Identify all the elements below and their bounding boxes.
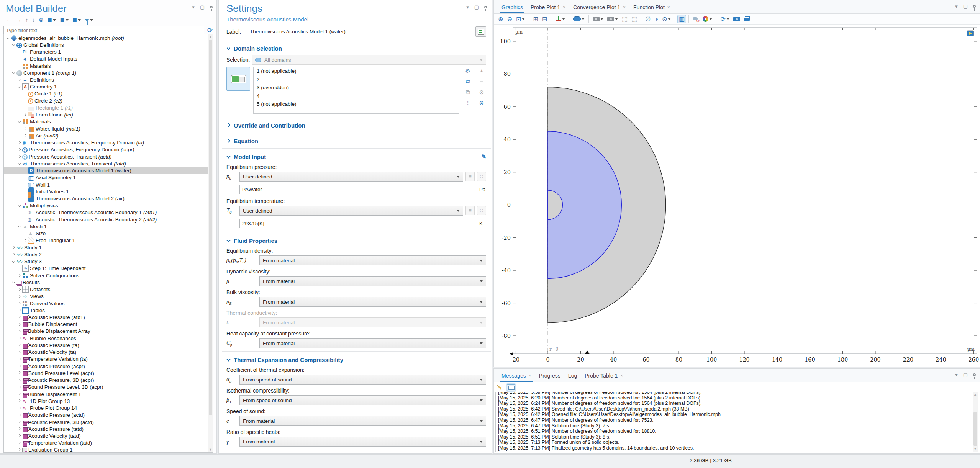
value-input[interactable]: [239, 185, 476, 194]
tree-item[interactable]: Circle 1(c1): [4, 90, 213, 97]
tree-item[interactable]: Step 1: Time Dependent: [4, 265, 213, 272]
expander-icon[interactable]: [11, 252, 15, 256]
tree-item[interactable]: Temperature Variation (tatd): [4, 440, 213, 447]
selection-list-item[interactable]: 2: [254, 76, 459, 84]
tree-item[interactable]: Parameters 1: [4, 48, 213, 55]
zoom-to-selection-icon[interactable]: ⊹: [463, 99, 472, 107]
tree-item[interactable]: Bubble Displacement Array: [4, 328, 213, 335]
tree-item[interactable]: Study 2: [4, 251, 213, 258]
tree-item[interactable]: Acoustic–Thermoviscous Acoustic Boundary…: [4, 216, 213, 223]
plot-area[interactable]: -200204060801001201401601802002202402601…: [494, 25, 980, 367]
tree-item[interactable]: Bubble Displacement 1: [4, 391, 213, 398]
tree-item[interactable]: Materials: [4, 118, 213, 125]
tree-item[interactable]: Mesh 1: [4, 223, 213, 230]
tree-item[interactable]: Air(mat2): [4, 132, 213, 139]
pin-icon[interactable]: [973, 373, 976, 376]
panel-menu-icon[interactable]: ▾: [955, 372, 958, 378]
expander-icon[interactable]: [11, 71, 15, 75]
tab-log[interactable]: Log: [564, 373, 581, 382]
tree-item[interactable]: Thermoviscous Acoustics, Transient(tatd): [4, 160, 213, 167]
expander-icon[interactable]: [17, 329, 21, 333]
panel-menu-icon[interactable]: ▾: [466, 4, 469, 10]
value-combo[interactable]: From speed of sound: [239, 395, 486, 405]
tree-item[interactable]: Acoustic Pressure (acpr): [4, 363, 213, 370]
copy-selection-icon[interactable]: ⧉: [463, 78, 472, 85]
zoom-out-icon[interactable]: ⊖: [505, 15, 513, 23]
expander-icon[interactable]: [17, 273, 21, 277]
tab-progress[interactable]: Progress: [535, 373, 564, 382]
expander-icon[interactable]: [17, 148, 21, 152]
zoom-box-icon[interactable]: ⊡: [515, 15, 526, 23]
expander-icon[interactable]: [17, 413, 21, 417]
tree-item[interactable]: Default Model Inputs: [4, 56, 213, 62]
expander-icon[interactable]: [17, 343, 21, 347]
expander-icon[interactable]: [17, 350, 21, 354]
value-combo[interactable]: User defined: [239, 206, 463, 216]
tree-item[interactable]: Evaluation Group 1: [4, 447, 213, 453]
section-header[interactable]: Equation: [226, 137, 486, 145]
expander-icon[interactable]: [23, 127, 27, 131]
close-tab-icon[interactable]: ×: [529, 373, 531, 378]
value-combo[interactable]: From material: [259, 276, 486, 286]
close-tab-icon[interactable]: ×: [563, 5, 565, 10]
tree-item[interactable]: Results: [4, 279, 213, 286]
expander-icon[interactable]: [11, 245, 15, 249]
tree-item[interactable]: Circle 2(c2): [4, 97, 213, 104]
active-toggle-thumbnail[interactable]: [226, 67, 250, 91]
clear-messages-icon[interactable]: [497, 384, 504, 391]
create-selection-icon[interactable]: ⚙: [463, 67, 472, 75]
tree-item[interactable]: Solver Configurations: [4, 272, 213, 279]
tree-item[interactable]: Bubble Resonances: [4, 335, 213, 342]
expander-icon[interactable]: [17, 385, 21, 389]
tree-item[interactable]: Acoustic–Thermoviscous Acoustic Boundary…: [4, 209, 213, 216]
pin-icon[interactable]: [973, 5, 976, 8]
tree-scrollbar[interactable]: ▲ ▼: [208, 34, 213, 452]
float-panel-icon[interactable]: ▢: [474, 4, 479, 10]
close-tab-icon[interactable]: ×: [667, 5, 670, 10]
expander-icon[interactable]: [17, 288, 21, 291]
expander-icon[interactable]: [17, 420, 21, 424]
expander-icon[interactable]: [17, 371, 21, 375]
selection-list-item[interactable]: 4: [254, 92, 459, 101]
tree-item[interactable]: Global Definitions: [4, 41, 213, 48]
expander-icon[interactable]: [6, 36, 10, 40]
tree-item[interactable]: Sound Pressure Level, 3D (acpr): [4, 384, 213, 391]
expander-icon[interactable]: [17, 308, 21, 312]
tab-messages[interactable]: Messages×: [498, 373, 535, 382]
go-back-icon[interactable]: ←: [5, 16, 13, 24]
tree-item[interactable]: Acoustic Pressure, 3D (actd): [4, 419, 213, 425]
tree-item[interactable]: Acoustic Pressure, 3D (acpr): [4, 376, 213, 383]
tree-item[interactable]: Tables: [4, 307, 213, 314]
float-panel-icon[interactable]: ▢: [963, 372, 968, 378]
section-header[interactable]: Fluid Properties: [226, 236, 486, 245]
parameter-sweep-icon[interactable]: ∷: [477, 172, 486, 181]
expander-icon[interactable]: [17, 120, 21, 124]
color-swatch-icon[interactable]: [572, 16, 586, 22]
expander-icon[interactable]: [17, 448, 21, 452]
value-input[interactable]: [239, 219, 476, 228]
expander-icon[interactable]: [23, 239, 27, 242]
show-hide-icon[interactable]: ⊜: [38, 16, 45, 24]
expander-icon[interactable]: [17, 141, 21, 145]
messages-window-icon[interactable]: [507, 384, 515, 391]
expander-icon[interactable]: [23, 134, 27, 137]
expander-icon[interactable]: [17, 392, 21, 396]
messages-scrollbar[interactable]: ▲ ▼: [973, 392, 978, 452]
rename-note-icon[interactable]: [475, 26, 486, 37]
expander-icon[interactable]: [17, 295, 21, 298]
section-header[interactable]: Model Input✎: [226, 152, 486, 161]
tab-probe-table-1[interactable]: Probe Table 1×: [581, 373, 627, 382]
scroll-down-icon[interactable]: ▼: [973, 447, 978, 452]
selection-combo[interactable]: All domains: [252, 55, 486, 65]
hide-labels-icon[interactable]: [691, 15, 700, 23]
paste-selection-icon[interactable]: ⧉: [463, 88, 472, 96]
tab-function-plot[interactable]: Function Plot×: [629, 4, 674, 13]
float-panel-icon[interactable]: ▢: [200, 4, 205, 10]
section-header[interactable]: Domain Selection: [226, 44, 486, 52]
tree-item[interactable]: Thermoviscous Acoustics Model 2 (air): [4, 195, 213, 202]
value-combo[interactable]: From material: [259, 338, 486, 348]
tree-item[interactable]: Geometry 1: [4, 83, 213, 90]
tree-item[interactable]: Study 1: [4, 244, 213, 251]
edit-model-inputs-icon[interactable]: ✎: [481, 153, 486, 160]
domain-selection-list[interactable]: 1 (not applicable)23 (overridden)45 (not…: [253, 67, 459, 114]
